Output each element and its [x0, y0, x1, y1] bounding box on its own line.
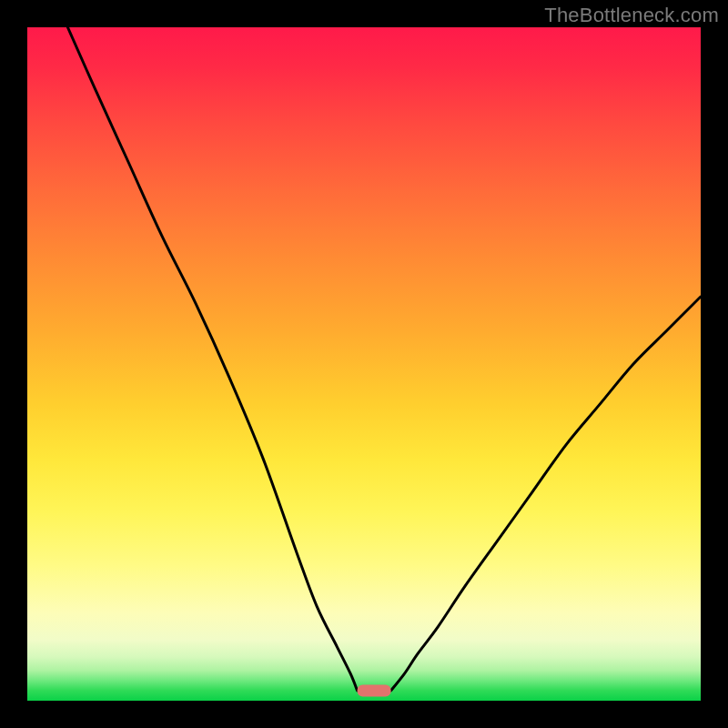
plot-area: [27, 27, 701, 701]
curve-right-branch: [391, 297, 701, 691]
curve-left-branch: [67, 27, 357, 691]
optimum-marker: [358, 684, 391, 696]
bottleneck-curve: [27, 27, 701, 701]
chart-frame: TheBottleneck.com: [0, 0, 728, 728]
watermark-text: TheBottleneck.com: [544, 4, 719, 27]
